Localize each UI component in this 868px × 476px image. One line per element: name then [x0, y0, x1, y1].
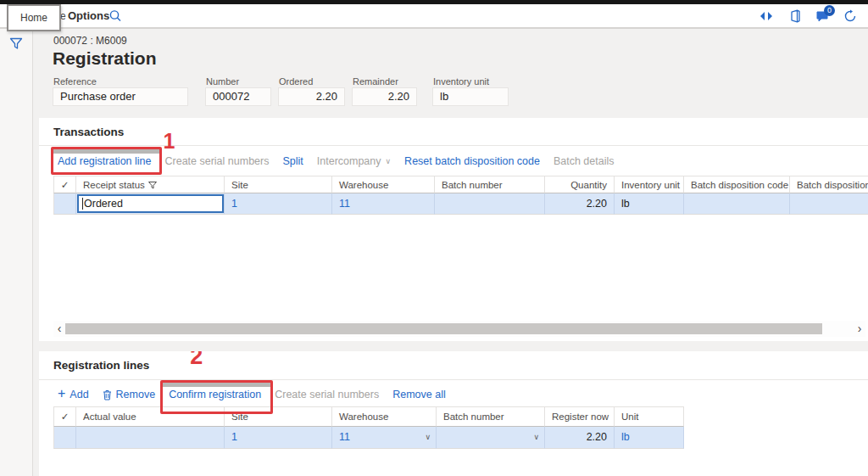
batch-number-cell[interactable]: [435, 193, 545, 215]
hidden-tab-fragment: e: [60, 10, 66, 22]
receipt-status-cell[interactable]: Ordered: [76, 193, 225, 215]
column-header-batch-number[interactable]: Batch number: [435, 176, 545, 193]
chevron-down-icon: ∨: [386, 157, 392, 165]
transactions-section: Transactions 1 Add registration line Cre…: [39, 118, 868, 341]
number-field[interactable]: 000072: [205, 87, 271, 106]
annotation-step-2: 2: [190, 351, 203, 370]
remove-all-button[interactable]: Remove all: [392, 389, 446, 400]
actual-value-cell[interactable]: [76, 427, 225, 449]
dropdown-chevron-icon[interactable]: ∨: [425, 427, 431, 448]
column-header-warehouse[interactable]: Warehouse: [332, 406, 437, 427]
horizontal-scrollbar[interactable]: ‹ ›: [53, 321, 865, 337]
add-button[interactable]: Add: [58, 389, 89, 400]
create-serial-numbers-button-2: Create serial numbers: [275, 389, 379, 400]
column-header-receipt-status[interactable]: Receipt status: [76, 176, 225, 193]
batch-number-cell[interactable]: ∨: [437, 427, 545, 449]
column-header-unit[interactable]: Unit: [615, 406, 684, 427]
scrollbar-track[interactable]: [65, 321, 854, 337]
dropdown-chevron-icon[interactable]: ∨: [533, 427, 539, 448]
app-toolbar: e Options 0 Home: [0, 4, 868, 29]
office-apps-icon[interactable]: [787, 8, 802, 24]
batch-details-button: Batch details: [554, 155, 615, 167]
field-label-inventory-unit: Inventory unit: [433, 76, 489, 87]
messages-icon[interactable]: 0: [815, 8, 830, 24]
unit-cell[interactable]: lb: [615, 427, 684, 449]
remove-button[interactable]: Remove: [103, 389, 156, 400]
scrollbar-thumb[interactable]: [65, 323, 822, 334]
field-label-reference: Reference: [53, 76, 97, 87]
registration-lines-row-selected[interactable]: 1 11∨ ∨ 2.20 lb: [53, 427, 684, 449]
transactions-grid: ✓ Receipt status Site Warehouse Batch nu…: [53, 176, 868, 215]
registration-lines-grid-header: ✓ Actual value Site Warehouse Batch numb…: [53, 406, 684, 427]
column-header-site[interactable]: Site: [225, 176, 332, 193]
site-cell[interactable]: 1: [225, 193, 332, 215]
home-tooltip: Home: [7, 4, 61, 31]
message-count-badge: 0: [824, 5, 835, 16]
reference-field[interactable]: Purchase order: [53, 87, 188, 106]
row-select-checkbox[interactable]: [53, 193, 76, 215]
field-label-number: Number: [206, 76, 239, 87]
quantity-cell[interactable]: 2.20: [545, 193, 615, 215]
register-now-cell[interactable]: 2.20: [545, 427, 615, 449]
dynamics-registration-page: { "colors": { "accent_link": "#2569c7", …: [0, 0, 868, 476]
reset-batch-disposition-code-button[interactable]: Reset batch disposition code: [404, 155, 540, 167]
page-title: Registration: [53, 48, 157, 69]
plus-icon: [58, 389, 65, 400]
column-header-inventory-unit[interactable]: Inventory unit: [615, 176, 684, 193]
ordered-field[interactable]: 2.20: [278, 87, 345, 106]
filter-icon[interactable]: [9, 37, 23, 51]
batch-disposition-status-cell[interactable]: [790, 193, 868, 215]
column-header-batch-disposition-code[interactable]: Batch disposition code: [684, 176, 790, 193]
field-label-remainder: Remainder: [353, 76, 398, 87]
left-sidebar: [0, 29, 33, 476]
row-select-checkbox[interactable]: [53, 427, 76, 449]
receipt-status-editor[interactable]: Ordered: [77, 194, 224, 213]
scroll-left-icon[interactable]: ‹: [53, 321, 65, 337]
split-button[interactable]: Split: [282, 155, 303, 167]
field-label-ordered: Ordered: [279, 76, 313, 87]
registration-lines-title: Registration lines: [53, 359, 149, 372]
column-header-batch-number[interactable]: Batch number: [437, 406, 545, 427]
text-caret: [82, 198, 83, 210]
record-id: 000072 : M6009: [53, 35, 127, 47]
batch-disposition-code-cell[interactable]: [684, 193, 790, 215]
intercompany-menu-button: Intercompany∨: [317, 155, 391, 167]
create-serial-numbers-button: Create serial numbers: [164, 155, 269, 167]
column-header-warehouse[interactable]: Warehouse: [332, 176, 435, 193]
registration-lines-section: Registration lines Add Remove 2 Confirm …: [39, 351, 868, 476]
toolbar-right-icons: 0: [759, 7, 858, 25]
filter-applied-icon: [148, 182, 157, 189]
tab-options[interactable]: Options: [68, 9, 109, 22]
inventory-unit-field[interactable]: lb: [432, 87, 509, 106]
annotation-step-1: 1: [163, 129, 175, 154]
transactions-row-selected[interactable]: Ordered 1 11 2.20 lb: [53, 193, 868, 215]
column-header-register-now[interactable]: Register now: [545, 406, 615, 427]
annotation-box-1: 1: [51, 147, 162, 175]
transactions-grid-header: ✓ Receipt status Site Warehouse Batch nu…: [53, 176, 868, 193]
warehouse-cell[interactable]: 11∨: [332, 427, 437, 449]
select-all-column-header[interactable]: ✓: [53, 406, 76, 427]
select-all-column-header[interactable]: ✓: [53, 176, 76, 193]
scroll-right-icon[interactable]: ›: [854, 321, 865, 337]
transactions-toolbar: 1 Add registration line Create serial nu…: [58, 149, 615, 173]
refresh-icon[interactable]: [843, 8, 858, 24]
annotation-box-2: 2: [160, 380, 273, 414]
search-icon[interactable]: [108, 8, 123, 24]
inventory-unit-cell[interactable]: lb: [615, 193, 684, 215]
column-header-quantity[interactable]: Quantity: [545, 176, 615, 193]
warehouse-cell[interactable]: 11: [332, 193, 435, 215]
registration-lines-grid: ✓ Actual value Site Warehouse Batch numb…: [53, 406, 684, 449]
trash-icon: [103, 389, 112, 400]
remainder-field[interactable]: 2.20: [352, 87, 417, 106]
column-header-batch-disposition-status[interactable]: Batch disposition status: [790, 176, 868, 193]
transactions-title: Transactions: [53, 126, 124, 138]
site-cell[interactable]: 1: [225, 427, 332, 449]
registration-lines-toolbar: Add Remove 2 Confirm registration Create…: [58, 383, 446, 406]
home-tooltip-label: Home: [20, 12, 47, 24]
panes-toggle-icon[interactable]: [759, 8, 774, 24]
